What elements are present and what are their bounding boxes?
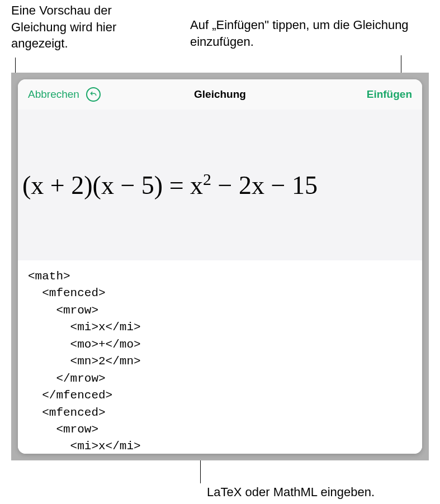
cancel-button[interactable]: Abbrechen bbox=[28, 88, 79, 101]
equation-preview: (x + 2)(x − 5) = x2 − 2x − 15 bbox=[22, 170, 318, 200]
equation-dialog: Abbrechen Gleichung Einfügen (x + 2)(x −… bbox=[18, 79, 422, 454]
dialog-title: Gleichung bbox=[194, 88, 246, 101]
undo-button[interactable] bbox=[86, 87, 101, 102]
insert-button[interactable]: Einfügen bbox=[367, 88, 412, 101]
header-left-group: Abbrechen bbox=[28, 87, 101, 102]
callout-code: LaTeX oder MathML eingeben. bbox=[207, 484, 430, 501]
callout-insert: Auf „Einfügen" tippen, um die Gleichung … bbox=[190, 17, 425, 50]
callout-preview: Eine Vorschau der Gleichung wird hier an… bbox=[11, 2, 168, 52]
undo-icon bbox=[89, 91, 97, 98]
dialog-backdrop: Abbrechen Gleichung Einfügen (x + 2)(x −… bbox=[11, 73, 429, 460]
equation-preview-area: (x + 2)(x − 5) = x2 − 2x − 15 bbox=[18, 110, 422, 260]
dialog-header: Abbrechen Gleichung Einfügen bbox=[18, 79, 422, 110]
equation-source-input[interactable]: <math> <mfenced> <mrow> <mi>x</mi> <mo>+… bbox=[18, 260, 422, 454]
